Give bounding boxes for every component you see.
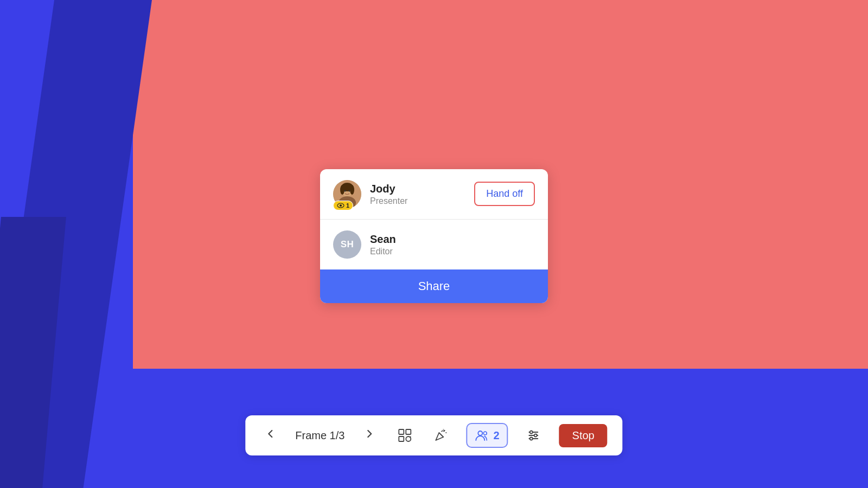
- svg-point-17: [445, 432, 446, 433]
- sean-role: Editor: [370, 247, 535, 256]
- back-arrow-button[interactable]: [260, 424, 280, 447]
- participants-popup: 1 Jody Presenter Hand off SH Sean Editor: [320, 169, 548, 303]
- shapes-icon: [398, 428, 412, 442]
- forward-arrow-icon: [363, 427, 376, 440]
- eye-icon: [337, 203, 344, 208]
- main-content: 1 Jody Presenter Hand off SH Sean Editor: [0, 0, 868, 488]
- jody-name: Jody: [370, 182, 465, 195]
- svg-point-8: [349, 190, 350, 191]
- share-button[interactable]: Share: [320, 269, 548, 303]
- celebrate-button[interactable]: [430, 425, 451, 446]
- svg-point-7: [344, 190, 346, 191]
- toolbar: Frame 1/3 2: [245, 415, 622, 455]
- people-button[interactable]: 2: [466, 423, 508, 448]
- frame-label: Frame 1/3: [295, 429, 344, 442]
- svg-point-19: [478, 431, 482, 435]
- svg-point-24: [530, 431, 533, 434]
- sean-name: Sean: [370, 233, 535, 246]
- people-icon: [475, 428, 489, 442]
- jody-role: Presenter: [370, 196, 465, 206]
- back-arrow-icon: [264, 427, 277, 440]
- svg-rect-11: [399, 429, 404, 434]
- people-count: 2: [493, 429, 499, 442]
- svg-rect-13: [399, 436, 404, 441]
- jody-row: 1 Jody Presenter Hand off: [320, 169, 548, 219]
- svg-point-26: [530, 438, 533, 440]
- svg-point-16: [444, 430, 445, 431]
- stop-button[interactable]: Stop: [559, 424, 608, 447]
- svg-point-25: [534, 434, 537, 437]
- celebrate-icon: [433, 428, 448, 442]
- sliders-icon: [527, 428, 541, 442]
- svg-point-20: [483, 432, 487, 435]
- jody-info: Jody Presenter: [370, 182, 465, 206]
- forward-arrow-button[interactable]: [360, 424, 379, 447]
- svg-point-6: [350, 185, 354, 195]
- settings-button[interactable]: [524, 425, 544, 446]
- sean-row: SH Sean Editor: [320, 220, 548, 269]
- svg-point-10: [340, 204, 342, 207]
- sean-initials: SH: [341, 239, 354, 250]
- svg-point-5: [340, 185, 344, 195]
- sean-avatar: SH: [333, 230, 361, 259]
- shapes-button[interactable]: [394, 425, 415, 446]
- sean-avatar-wrap: SH: [333, 230, 361, 259]
- badge-number: 1: [346, 202, 349, 209]
- svg-point-18: [443, 429, 444, 430]
- jody-avatar-wrap: 1: [333, 180, 361, 208]
- svg-rect-12: [406, 429, 411, 434]
- sean-info: Sean Editor: [370, 233, 535, 256]
- hand-off-button[interactable]: Hand off: [474, 182, 535, 206]
- presenter-badge: 1: [333, 201, 353, 210]
